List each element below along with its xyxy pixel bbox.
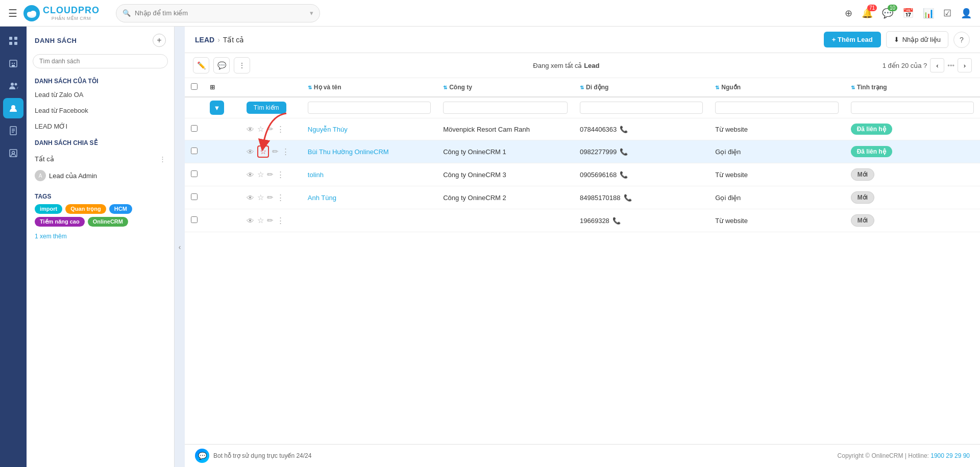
collapse-panel-button[interactable]: ‹ [175,27,185,467]
row-checkbox[interactable] [191,148,198,154]
edit-icon[interactable]: ✏ [267,193,274,202]
tag-hcm[interactable]: HCM [109,204,132,214]
more-icon[interactable]: ⋮ [277,170,284,179]
notifications-button[interactable]: 🔔 71 [862,8,873,19]
select-all-checkbox[interactable] [191,83,198,90]
header-company[interactable]: ⇅ Công ty [437,78,574,97]
tag-onlinecrm[interactable]: OnlineCRM [88,217,128,227]
phone-icon[interactable]: 📞 [620,126,628,133]
more-icon[interactable]: ⋮ [277,193,284,202]
sidebar-icon-leads[interactable] [3,98,23,118]
search-list-input[interactable] [33,54,168,68]
eye-icon[interactable]: 👁 [247,170,254,179]
search-phone-input[interactable] [580,102,703,114]
shared-item-all[interactable]: Tất cả ⋮ [27,152,174,166]
header-source[interactable]: ⇅ Nguồn [709,78,844,97]
edit-icon[interactable]: ✏ [272,147,279,156]
star-icon[interactable]: ☆ [257,216,264,225]
lead-source: Gọi điện [715,148,741,156]
edit-toolbar-button[interactable]: ✏️ [193,57,209,73]
main-content: LEAD › Tất cả + Thêm Lead ⬇ Nhập dữ liệu… [185,27,980,467]
see-more-link[interactable]: 1 xem thêm [27,229,174,244]
checkbox-icon: ☑ [943,8,951,18]
svg-rect-8 [12,63,13,64]
sidebar-icon-contacts[interactable] [3,143,23,163]
edit-icon[interactable]: ✏ [267,216,274,225]
star-icon[interactable]: ☆ [257,170,264,179]
col-phone-label: Di động [586,84,608,91]
footer-copyright: Copyright © OnlineCRM | Hotline: 1900 29… [838,452,970,459]
more-icon[interactable]: ⋮ [282,147,289,156]
list-item-new[interactable]: LEAD MỚI [27,118,174,134]
nhap-du-lieu-button[interactable]: ⬇ Nhập dữ liệu [886,31,948,48]
sidebar-icon-document[interactable] [3,120,23,141]
header-status[interactable]: ⇅ Tình trạng [845,78,980,97]
lead-name[interactable]: tolinh [308,171,324,179]
messages-button[interactable]: 💬 10 [882,8,893,19]
lead-name[interactable]: Bùi Thu Hường OnlineCRM [308,148,389,156]
eye-icon[interactable]: 👁 [247,193,254,202]
search-company-input[interactable] [443,102,568,114]
prev-page-button[interactable]: ‹ [930,58,944,72]
phone-icon[interactable]: 📞 [620,171,628,179]
breadcrumb: LEAD › Tất cả [195,36,244,44]
eye-icon[interactable]: 👁 [247,216,254,225]
reports-button[interactable]: 📊 [923,8,934,19]
row-checkbox[interactable] [191,170,198,177]
list-item-zalo[interactable]: Lead từ Zalo OA [27,87,174,103]
more-icon[interactable]: ⋮ [159,155,166,163]
tasks-button[interactable]: ☑ [943,8,951,19]
next-page-button[interactable]: › [958,58,972,72]
comment-toolbar-button[interactable]: 💬 [213,57,230,73]
row-checkbox[interactable] [191,125,198,132]
hotline-link[interactable]: 1900 29 29 90 [930,452,970,459]
eye-icon[interactable]: 👁 [247,125,254,134]
row-checkbox[interactable] [191,193,198,200]
row-checkbox[interactable] [191,216,198,223]
search-source-input[interactable] [715,102,838,114]
header-phone[interactable]: ⇅ Di động [574,78,709,97]
breadcrumb-lead[interactable]: LEAD [195,36,214,44]
tag-quan-trong[interactable]: Quan trọng [65,204,106,214]
avatar: A [35,170,46,181]
lead-name[interactable]: Nguyễn Thúy [308,126,348,133]
calendar-button[interactable]: 📅 [902,8,914,19]
search-button[interactable]: Tìm kiếm [247,102,286,114]
eye-icon[interactable]: 👁 [247,148,254,156]
more-icon[interactable]: ⋮ [277,125,284,134]
more-toolbar-button[interactable]: ⋮ [234,57,250,73]
list-item-facebook[interactable]: Lead từ Facebook [27,103,174,118]
shared-item-admin[interactable]: A Lead của Admin [27,166,174,185]
search-status-input[interactable] [851,102,974,114]
table-row: 👁 ☆ ✏ ⋮ Nguyễn Thúy Mövenpick Resort Cam… [185,118,980,140]
edit-icon[interactable]: ✏ [267,170,274,179]
hamburger-menu[interactable]: ☰ [8,7,17,19]
svg-rect-6 [14,42,17,45]
search-input[interactable] [135,9,310,17]
lead-name[interactable]: Anh Tùng [308,194,336,202]
search-name-input[interactable] [308,102,431,114]
user-profile-button[interactable]: 👤 [961,8,972,19]
phone-icon[interactable]: 📞 [624,194,632,202]
tag-tiem-nang[interactable]: Tiềm năng cao [35,217,85,227]
global-search[interactable]: 🔍 ▾ [116,4,320,22]
header-name[interactable]: ⇅ Họ và tên [302,78,437,97]
help-button[interactable]: ? [953,32,970,48]
star-icon[interactable]: ☆ [257,145,269,158]
tag-import[interactable]: import [35,204,62,214]
phone-icon[interactable]: 📞 [612,217,621,225]
add-button[interactable]: ⊕ [845,8,852,19]
sidebar-icon-people[interactable] [3,76,23,96]
add-list-button[interactable]: + [153,34,166,47]
more-icon[interactable]: ⋮ [277,216,284,225]
page-footer: 💬 Bot hỗ trợ sử dụng trực tuyến 24/24 Co… [185,444,980,467]
edit-icon[interactable]: ✏ [267,125,274,134]
logo-icon [23,5,40,21]
star-icon[interactable]: ☆ [257,125,264,134]
sidebar-icon-home[interactable] [3,31,23,51]
phone-icon[interactable]: 📞 [620,148,628,156]
sidebar-icon-building[interactable] [3,53,23,73]
svg-point-19 [12,152,15,154]
star-icon[interactable]: ☆ [257,193,264,202]
them-lead-button[interactable]: + Thêm Lead [824,32,881,47]
